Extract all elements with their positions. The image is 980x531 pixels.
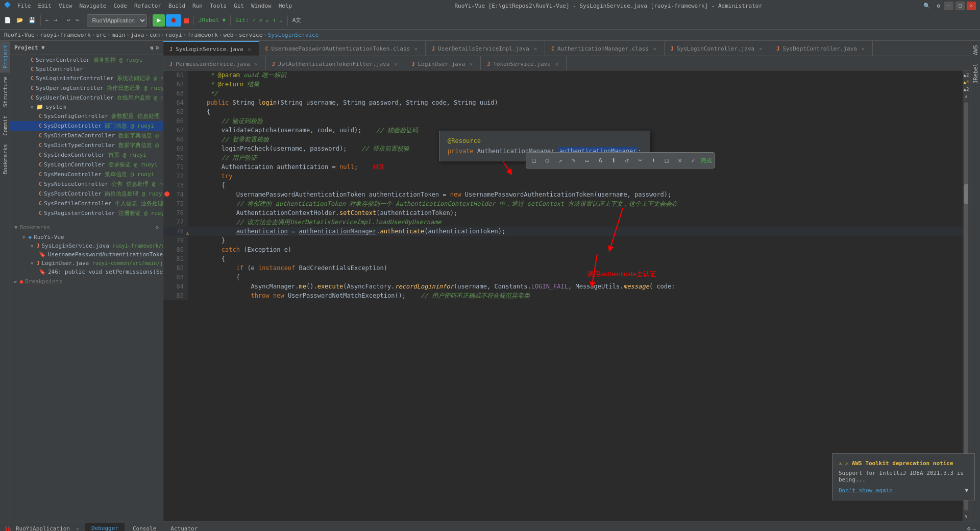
code-body-62[interactable]: * @return 结果 (188, 80, 970, 89)
menu-window[interactable]: Window (248, 2, 275, 10)
code-body-82[interactable]: if (e instanceof BadCredentialsException… (188, 263, 970, 273)
tree-sysdicttype[interactable]: C SysDictTypeController 数据字典信息 @ ruoyi (10, 140, 163, 150)
menu-help[interactable]: Help (276, 2, 296, 10)
scroll-down[interactable]: ∨ (965, 514, 967, 519)
tab-close-authmanager[interactable]: ✕ (652, 45, 658, 52)
breadcrumb-com[interactable]: com (150, 32, 160, 38)
code-body-76[interactable]: AuthenticationContextHolder.setContext(a… (188, 208, 970, 218)
code-body-77[interactable]: // 该方法会去调用UserDetailsServiceImpl.loadUse… (188, 218, 970, 227)
tree-sysprofile[interactable]: C SysProfileController 个人信息 业务处理 @ ruoyi (10, 199, 163, 208)
console-tab[interactable]: Console (127, 523, 162, 531)
tree-sysoperlog[interactable]: C SysOperlogController 操作日志记录 @ ruoyi (10, 83, 163, 93)
menu-edit[interactable]: Edit (35, 2, 55, 10)
tab-jwtfilter[interactable]: J JwtAuthenticationTokenFilter.java ✕ (266, 56, 406, 70)
bookmarks-settings[interactable]: ⚙ (155, 224, 159, 231)
code-body-84[interactable]: AsyncManager.me().execute(AsyncFactory.r… (188, 282, 970, 291)
tab-sysloginctrl[interactable]: J SysLoginController.java ✕ (665, 41, 770, 56)
tree-spel-controller[interactable]: C SpelController (10, 65, 163, 74)
commit-panel-tab[interactable]: Commit (0, 111, 10, 140)
bm-loginuser[interactable]: ▼ J LoginUser.java ruoyi-common/src/main… (10, 259, 163, 268)
undo-btn[interactable]: ↩ (65, 13, 72, 28)
tree-syspost[interactable]: C SysPostController 岗位信息处理 @ ruoyi (10, 189, 163, 199)
forward-btn[interactable]: → (52, 13, 60, 28)
close-button[interactable]: ✕ (967, 2, 976, 10)
ann-down-tool[interactable]: ⬇ (648, 155, 659, 166)
code-body-65[interactable]: { (188, 107, 970, 116)
translate-btn[interactable]: A文 (290, 13, 304, 28)
breadcrumb-framework[interactable]: ruoyi-framework (40, 32, 90, 38)
aws-panel-tab[interactable]: AWS (970, 41, 980, 59)
code-body-63[interactable]: */ (188, 89, 970, 98)
tab-authtoken[interactable]: C UsernamePasswordAuthenticationToken.cl… (259, 41, 426, 56)
bookmarks-panel-tab[interactable]: Bookmarks (0, 140, 10, 179)
actuator-tab[interactable]: Actuator (164, 523, 204, 531)
bm-ruoyi-vue[interactable]: ▼ ◆ RuoYi-Vue (10, 233, 163, 242)
tab-authmanager[interactable]: C AuthenticationManager.class ✕ (545, 41, 665, 56)
structure-panel-tab[interactable]: Structure (0, 73, 10, 111)
code-body-72[interactable]: try (188, 172, 970, 181)
debugger-tab[interactable]: Debugger (85, 523, 125, 531)
code-body-73[interactable]: { (188, 181, 970, 190)
aws-notice-close[interactable]: ▼ (965, 487, 968, 494)
run-config-dropdown[interactable]: RuoYiApplication (87, 14, 147, 27)
breadcrumb-framework2[interactable]: framework (187, 32, 218, 38)
ann-box-tool[interactable]: ▭ (581, 155, 593, 166)
search-icon[interactable]: 🔍 (921, 2, 933, 10)
tree-sysdept[interactable]: C SysDeptController 部门信息 @ ruoyi (10, 121, 163, 131)
ann-scissors-tool[interactable]: ✂ (634, 155, 646, 166)
menu-git[interactable]: Git (231, 2, 247, 10)
code-body-66[interactable]: // 验证码校验 (188, 116, 970, 126)
scrollbar-thumb[interactable] (964, 184, 968, 204)
bm-sysloginservice[interactable]: ▼ J SysLoginService.java ruoyi-framework… (10, 242, 163, 250)
code-body-61[interactable]: * @param uuid 唯一标识 (188, 70, 970, 80)
ann-clipboard-tool[interactable]: □ (661, 155, 672, 166)
tree-system-folder[interactable]: ▼ 📁 system (10, 103, 163, 111)
sidebar-sort-btn[interactable]: ⇅ (150, 44, 154, 51)
tree-server-controller[interactable]: C ServerController 服务监控 @ ruoyi (10, 55, 163, 65)
open-btn[interactable]: 📂 (14, 13, 26, 28)
tree-syslogin[interactable]: C SysLoginController 登录验证 @ ruoyi (10, 160, 163, 170)
project-panel-tab[interactable]: Project (0, 41, 10, 73)
tree-sysconfg[interactable]: C SysConfigController 参数配置 信息处理 @ ruo (10, 111, 163, 121)
menu-view[interactable]: View (56, 2, 76, 10)
tab-permission[interactable]: J PermissionService.java ✕ (163, 56, 266, 70)
tab-close-sysloginservice[interactable]: ✕ (246, 46, 252, 53)
ann-close-tool[interactable]: ✕ (674, 155, 685, 166)
debug-minimize-btn[interactable]: — (972, 525, 976, 531)
tab-tokenservice[interactable]: J TokenService.java ✕ (481, 56, 567, 70)
jrebel-panel-tab[interactable]: JRebel (970, 59, 980, 88)
bm-setpermissions[interactable]: 🔖 246: public void setPermissions(Set<St… (10, 268, 163, 276)
breadcrumb-ruoyi[interactable]: ruoyi (165, 32, 182, 38)
maximize-button[interactable]: □ (955, 2, 965, 10)
tab-loginuser[interactable]: J LoginUser.java ✕ (405, 56, 481, 70)
menu-code[interactable]: Code (110, 2, 130, 10)
breadcrumb-src[interactable]: src (96, 32, 106, 38)
tab-sysloginservice[interactable]: J SysLoginService.java ✕ (163, 41, 259, 56)
tree-sysmenu[interactable]: C SysMenuController 菜单信息 @ ruoyi (10, 170, 163, 179)
stop-button[interactable]: ■ (182, 13, 191, 28)
breadcrumb-main[interactable]: main (112, 32, 126, 38)
scrollbar-track[interactable] (964, 102, 968, 511)
breadcrumb-web[interactable]: web (223, 32, 233, 38)
debug-app-close[interactable]: ✕ (76, 526, 79, 531)
code-body-75[interactable]: // 将创建的 authenticationToken 对象存储到一个 Auth… (188, 199, 970, 208)
tab-close-userdetails[interactable]: ✕ (532, 45, 538, 52)
menu-file[interactable]: File (14, 2, 34, 10)
tab-userdetails[interactable]: J UserDetailsServiceImpl.java ✕ (426, 41, 545, 56)
tree-syslogininfor[interactable]: C SysLogininforController 系统访问记录 @ ruoyi (10, 74, 163, 83)
menu-run[interactable]: Run (189, 2, 206, 10)
tree-sysindex[interactable]: C SysIndexController 首页 @ ruoyi (10, 150, 163, 160)
tab-close-sysdeptctrl[interactable]: ✕ (860, 45, 866, 52)
settings-icon[interactable]: ⚙ (935, 2, 942, 10)
ann-text-tool[interactable]: A (595, 155, 606, 166)
scroll-up[interactable]: ∧ (965, 94, 967, 99)
tree-sysdictdata[interactable]: C SysDictDataController 数据字典信息 @ ruoyi (10, 131, 163, 140)
code-body-81[interactable]: { (188, 254, 970, 263)
code-body-83[interactable]: { (188, 273, 970, 282)
tab-close-authtoken[interactable]: ✕ (413, 45, 419, 52)
code-body-80[interactable]: catch (Exception e) (188, 245, 970, 254)
tab-close-permission[interactable]: ✕ (253, 61, 259, 67)
menu-tools[interactable]: Tools (207, 2, 230, 10)
ann-check-tool[interactable]: ✓ (688, 155, 699, 166)
code-body-64[interactable]: public String login(String username, Str… (188, 98, 970, 107)
